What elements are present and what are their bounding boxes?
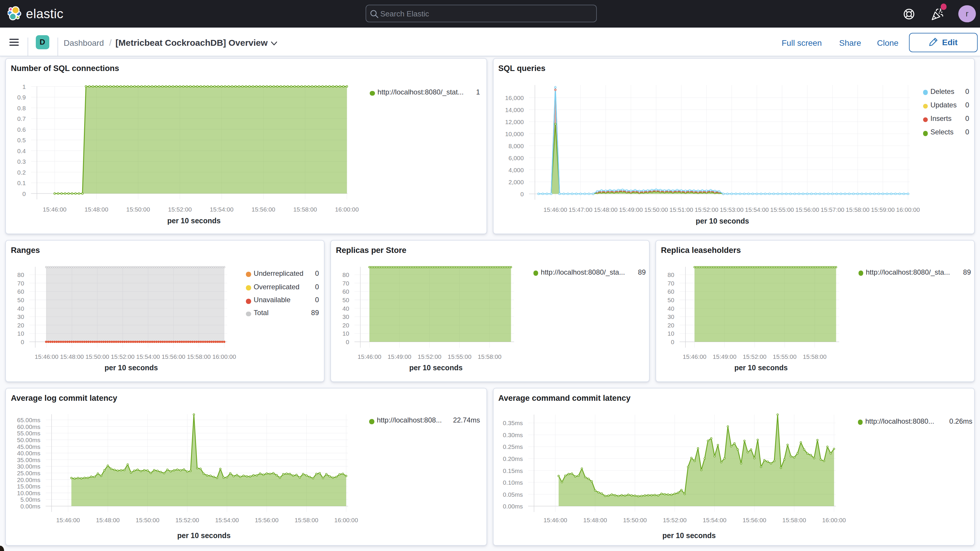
- svg-text:0.8: 0.8: [18, 105, 26, 111]
- svg-text:15:58:00: 15:58:00: [187, 353, 211, 360]
- svg-text:15:59:00: 15:59:00: [870, 206, 894, 213]
- svg-text:15:49:00: 15:49:00: [713, 353, 736, 360]
- svg-text:15:50:00: 15:50:00: [135, 517, 159, 524]
- svg-text:15:55:00: 15:55:00: [447, 353, 471, 360]
- svg-text:20: 20: [667, 322, 674, 328]
- svg-text:15:48:00: 15:48:00: [60, 353, 84, 360]
- svg-text:15:52:00: 15:52:00: [111, 353, 135, 360]
- svg-text:50: 50: [342, 296, 349, 303]
- svg-text:0.4: 0.4: [18, 148, 26, 154]
- svg-text:10: 10: [18, 330, 24, 337]
- svg-text:15:56:00: 15:56:00: [255, 517, 278, 524]
- svg-text:per 10 seconds: per 10 seconds: [695, 217, 749, 225]
- svg-text:0.35ms: 0.35ms: [503, 420, 523, 426]
- svg-text:0.5: 0.5: [18, 137, 26, 144]
- svg-text:0.15ms: 0.15ms: [503, 467, 523, 474]
- svg-text:15:49:00: 15:49:00: [619, 206, 643, 213]
- svg-text:16:00:00: 16:00:00: [896, 206, 920, 213]
- svg-text:30.00ms: 30.00ms: [17, 463, 40, 470]
- svg-text:per 10 seconds: per 10 seconds: [167, 217, 221, 225]
- svg-text:15:56:00: 15:56:00: [795, 206, 819, 213]
- svg-text:4,000: 4,000: [508, 167, 523, 174]
- svg-text:0.9: 0.9: [18, 94, 26, 101]
- svg-text:15:50:00: 15:50:00: [644, 206, 668, 213]
- svg-text:80: 80: [667, 271, 674, 278]
- svg-text:80: 80: [342, 271, 349, 278]
- svg-text:15:55:00: 15:55:00: [773, 353, 796, 360]
- svg-text:0.00ms: 0.00ms: [20, 503, 40, 510]
- svg-text:15:50:00: 15:50:00: [85, 353, 109, 360]
- svg-text:15:58:00: 15:58:00: [782, 517, 806, 524]
- svg-text:15:57:00: 15:57:00: [820, 206, 844, 213]
- svg-text:15:58:00: 15:58:00: [293, 206, 317, 213]
- svg-text:14,000: 14,000: [505, 107, 523, 113]
- svg-text:20: 20: [18, 322, 24, 328]
- svg-text:15:58:00: 15:58:00: [846, 206, 869, 213]
- svg-text:10: 10: [342, 330, 349, 337]
- svg-text:16,000: 16,000: [505, 94, 523, 101]
- svg-text:15:54:00: 15:54:00: [215, 517, 239, 524]
- svg-text:16:00:00: 16:00:00: [212, 353, 236, 360]
- svg-text:1: 1: [22, 83, 26, 90]
- svg-text:65.00ms: 65.00ms: [17, 417, 40, 424]
- svg-text:70: 70: [18, 280, 24, 287]
- svg-text:50: 50: [667, 296, 674, 303]
- svg-text:6,000: 6,000: [508, 154, 523, 161]
- svg-text:0.05ms: 0.05ms: [503, 491, 523, 498]
- svg-text:15:56:00: 15:56:00: [162, 353, 185, 360]
- svg-text:10: 10: [667, 330, 674, 337]
- svg-text:15:46:00: 15:46:00: [543, 206, 567, 213]
- svg-text:0.30ms: 0.30ms: [503, 431, 523, 438]
- svg-text:per 10 seconds: per 10 seconds: [409, 363, 463, 371]
- svg-text:2,000: 2,000: [508, 179, 523, 185]
- svg-text:16:00:00: 16:00:00: [334, 517, 358, 524]
- svg-text:per 10 seconds: per 10 seconds: [734, 363, 788, 371]
- svg-text:0.10ms: 0.10ms: [503, 479, 523, 486]
- svg-text:0: 0: [346, 338, 349, 345]
- svg-text:15:48:00: 15:48:00: [96, 517, 120, 524]
- svg-text:30: 30: [18, 313, 24, 320]
- svg-text:15:48:00: 15:48:00: [84, 206, 108, 213]
- svg-text:50.00ms: 50.00ms: [17, 436, 40, 443]
- svg-text:15:54:00: 15:54:00: [702, 517, 726, 524]
- svg-text:15:58:00: 15:58:00: [294, 517, 318, 524]
- svg-text:15:46:00: 15:46:00: [543, 517, 567, 524]
- svg-text:25.00ms: 25.00ms: [17, 470, 40, 476]
- svg-text:15:54:00: 15:54:00: [745, 206, 768, 213]
- svg-text:15:52:00: 15:52:00: [168, 206, 192, 213]
- svg-text:15:46:00: 15:46:00: [682, 353, 706, 360]
- svg-text:16:00:00: 16:00:00: [335, 206, 359, 213]
- svg-text:70: 70: [342, 280, 349, 287]
- svg-text:15:55:00: 15:55:00: [770, 206, 794, 213]
- svg-text:15:56:00: 15:56:00: [251, 206, 275, 213]
- svg-text:30: 30: [667, 313, 674, 320]
- svg-text:35.00ms: 35.00ms: [17, 456, 40, 463]
- svg-text:0.00ms: 0.00ms: [503, 503, 523, 510]
- svg-text:15:52:00: 15:52:00: [694, 206, 718, 213]
- svg-text:15:52:00: 15:52:00: [175, 517, 199, 524]
- svg-text:15:46:00: 15:46:00: [56, 517, 80, 524]
- svg-text:0.7: 0.7: [18, 116, 26, 123]
- svg-text:15:49:00: 15:49:00: [388, 353, 411, 360]
- svg-text:15:46:00: 15:46:00: [357, 353, 381, 360]
- svg-text:15:50:00: 15:50:00: [126, 206, 150, 213]
- svg-text:5.00ms: 5.00ms: [20, 496, 40, 503]
- svg-text:15:58:00: 15:58:00: [478, 353, 501, 360]
- svg-text:0.3: 0.3: [18, 158, 26, 165]
- svg-text:40: 40: [18, 305, 24, 312]
- svg-text:55.00ms: 55.00ms: [17, 430, 40, 436]
- svg-text:45.00ms: 45.00ms: [17, 443, 40, 450]
- svg-text:15:54:00: 15:54:00: [136, 353, 160, 360]
- svg-text:0.25ms: 0.25ms: [503, 443, 523, 450]
- svg-text:40.00ms: 40.00ms: [17, 450, 40, 457]
- svg-text:60: 60: [667, 288, 674, 295]
- svg-text:0.20ms: 0.20ms: [503, 455, 523, 462]
- svg-text:0: 0: [671, 338, 674, 345]
- svg-text:15:52:00: 15:52:00: [662, 517, 686, 524]
- svg-text:0.2: 0.2: [18, 169, 26, 176]
- svg-text:60: 60: [342, 288, 349, 295]
- svg-text:80: 80: [18, 271, 24, 278]
- svg-text:0: 0: [21, 338, 24, 345]
- svg-text:15:46:00: 15:46:00: [43, 206, 67, 213]
- svg-text:10.00ms: 10.00ms: [17, 489, 40, 496]
